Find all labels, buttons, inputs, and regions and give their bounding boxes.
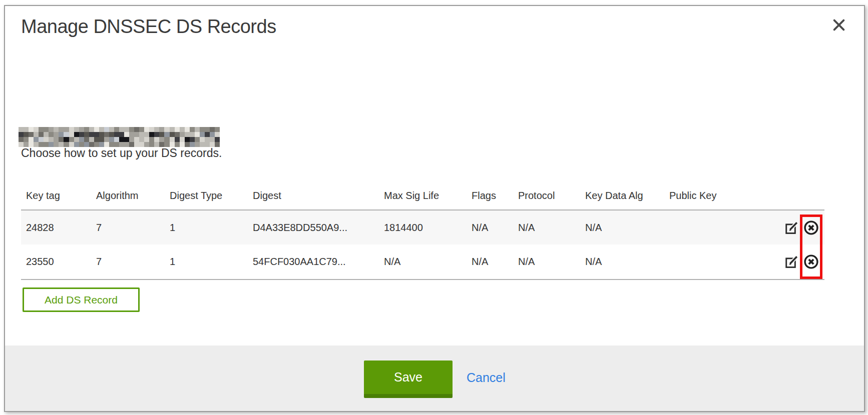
mosaic-pixel xyxy=(124,137,129,142)
mosaic-pixel xyxy=(154,132,159,137)
mosaic-pixel xyxy=(129,137,134,142)
mosaic-pixel xyxy=(39,127,44,132)
mosaic-pixel xyxy=(84,127,89,132)
mosaic-pixel xyxy=(74,127,79,132)
mosaic-pixel xyxy=(139,132,144,137)
mosaic-pixel xyxy=(154,137,159,142)
cell-max-sig-life: N/A xyxy=(379,244,467,280)
mosaic-pixel xyxy=(149,132,154,137)
mosaic-pixel xyxy=(149,137,154,142)
ds-records-table: Key tagAlgorithmDigest TypeDigestMax Sig… xyxy=(21,182,824,280)
mosaic-pixel xyxy=(164,137,169,142)
mosaic-pixel xyxy=(34,132,39,137)
mosaic-pixel xyxy=(44,132,49,137)
mosaic-pixel xyxy=(34,137,39,142)
mosaic-pixel xyxy=(104,127,109,132)
mosaic-pixel xyxy=(119,137,124,142)
mosaic-pixel xyxy=(29,137,34,142)
mosaic-pixel xyxy=(44,127,49,132)
mosaic-pixel xyxy=(124,132,129,137)
mosaic-pixel xyxy=(190,137,195,142)
cell-algorithm: 7 xyxy=(91,210,165,244)
row-actions xyxy=(739,220,819,236)
mosaic-pixel xyxy=(49,132,54,137)
delete-record-icon[interactable] xyxy=(803,220,819,236)
cell-digest-type: 1 xyxy=(165,244,248,280)
mosaic-pixel xyxy=(119,132,124,137)
mosaic-pixel xyxy=(114,137,119,142)
mosaic-pixel xyxy=(39,132,44,137)
cell-key-data-alg: N/A xyxy=(580,210,664,244)
mosaic-pixel xyxy=(89,127,94,132)
cell-actions xyxy=(739,244,824,280)
mosaic-pixel xyxy=(175,132,180,137)
mosaic-pixel xyxy=(49,137,54,142)
mosaic-pixel xyxy=(205,132,210,137)
cancel-link[interactable]: Cancel xyxy=(467,370,506,385)
mosaic-pixel xyxy=(180,137,185,142)
mosaic-pixel xyxy=(175,127,180,132)
mosaic-pixel xyxy=(144,127,149,132)
cell-digest: D4A33E8DD550A9... xyxy=(248,210,379,244)
mosaic-pixel xyxy=(159,132,164,137)
mosaic-pixel xyxy=(19,132,24,137)
edit-record-icon[interactable] xyxy=(784,220,799,235)
mosaic-pixel xyxy=(195,132,200,137)
mosaic-pixel xyxy=(79,137,84,142)
edit-record-icon[interactable] xyxy=(784,254,799,269)
mosaic-pixel xyxy=(190,132,195,137)
cell-flags: N/A xyxy=(467,210,513,244)
mosaic-pixel xyxy=(185,132,190,137)
mosaic-pixel xyxy=(34,127,39,132)
mosaic-pixel xyxy=(84,137,89,142)
mosaic-pixel xyxy=(94,137,99,142)
mosaic-pixel xyxy=(109,132,114,137)
mosaic-pixel xyxy=(24,127,29,132)
add-ds-record-button[interactable]: Add DS Record xyxy=(23,288,140,312)
delete-record-icon[interactable] xyxy=(803,254,819,270)
mosaic-pixel xyxy=(119,127,124,132)
cell-public-key xyxy=(664,244,739,280)
mosaic-pixel xyxy=(39,137,44,142)
mosaic-pixel xyxy=(54,127,59,132)
mosaic-pixel xyxy=(99,127,104,132)
modal-title: Manage DNSSEC DS Records xyxy=(21,16,276,38)
mosaic-pixel xyxy=(79,132,84,137)
mosaic-pixel xyxy=(104,132,109,137)
close-x-glyph xyxy=(832,18,846,32)
cell-protocol: N/A xyxy=(513,210,580,244)
mosaic-pixel xyxy=(74,132,79,137)
mosaic-pixel xyxy=(24,132,29,137)
mosaic-pixel xyxy=(139,137,144,142)
mosaic-pixel xyxy=(210,132,215,137)
column-header: Protocol xyxy=(513,182,580,210)
mosaic-pixel xyxy=(200,127,205,132)
save-button[interactable]: Save xyxy=(364,360,453,398)
column-header: Key Data Alg xyxy=(580,182,664,210)
mosaic-pixel xyxy=(170,137,175,142)
manage-dnssec-modal: Manage DNSSEC DS Records Choose how to s… xyxy=(4,5,865,412)
mosaic-pixel xyxy=(159,137,164,142)
mosaic-pixel xyxy=(170,132,175,137)
mosaic-pixel xyxy=(109,127,114,132)
cell-key-tag: 23550 xyxy=(21,244,91,280)
mosaic-pixel xyxy=(210,137,215,142)
mosaic-pixel xyxy=(205,137,210,142)
row-actions xyxy=(739,254,819,270)
mosaic-pixel xyxy=(134,137,139,142)
redacted-domain-name xyxy=(19,127,220,147)
mosaic-pixel xyxy=(84,132,89,137)
table-row: 235507154FCF030AA1C79...N/AN/AN/AN/A xyxy=(21,244,824,280)
mosaic-pixel xyxy=(180,127,185,132)
column-header: Digest xyxy=(248,182,379,210)
cell-protocol: N/A xyxy=(513,244,580,280)
mosaic-pixel xyxy=(64,137,69,142)
mosaic-pixel xyxy=(134,127,139,132)
mosaic-pixel xyxy=(210,127,215,132)
mosaic-pixel xyxy=(19,127,24,132)
close-icon[interactable] xyxy=(830,16,848,34)
column-header: Flags xyxy=(467,182,513,210)
column-header: Key tag xyxy=(21,182,91,210)
mosaic-pixel xyxy=(94,132,99,137)
mosaic-pixel xyxy=(129,127,134,132)
